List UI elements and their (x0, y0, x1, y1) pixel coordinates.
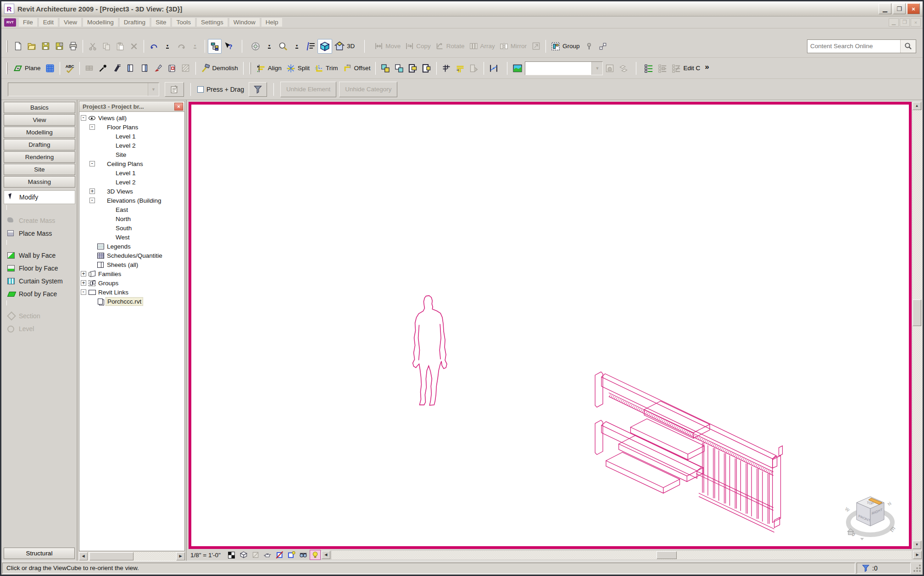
delete-button[interactable] (127, 39, 141, 54)
tree-expander-icon[interactable] (89, 124, 95, 130)
scroll-thumb[interactable] (89, 552, 134, 560)
redo-menu-button[interactable]: ▼ (188, 39, 202, 54)
cut-geometry-button[interactable] (406, 61, 420, 76)
chevron-down-icon[interactable]: ▼ (591, 62, 602, 75)
tree-item-label[interactable]: Groups (97, 279, 120, 287)
tree-item[interactable]: Families (81, 269, 184, 278)
tree-item[interactable]: Legends (81, 242, 184, 251)
copy-element-button[interactable]: Copy (403, 39, 433, 54)
crop-region-visibility-button[interactable] (286, 550, 297, 560)
selection-filter-status[interactable]: :0 (857, 563, 911, 574)
view-list-button[interactable] (656, 61, 669, 76)
mirror-button[interactable]: Mirror (497, 39, 529, 54)
design-bar-tab[interactable]: Drafting (4, 139, 75, 150)
tree-item[interactable]: North (81, 214, 184, 223)
tree-expander-icon[interactable] (89, 244, 95, 249)
tree-expander-icon[interactable] (81, 271, 86, 277)
drawing-area[interactable]: S E W N TOP FRONT RIGHT (189, 102, 912, 549)
beam-joins-button[interactable] (453, 61, 467, 76)
tree-item[interactable]: Sheets (all) (81, 260, 184, 269)
tree-item[interactable]: 3D Views (81, 187, 184, 196)
toolbar-grip[interactable] (6, 40, 8, 52)
tree-item-label[interactable]: Floor Plans (106, 123, 139, 131)
undo-button[interactable] (147, 39, 161, 54)
crop-region-button[interactable] (274, 550, 285, 560)
unhide-element-button[interactable]: Unhide Element (280, 82, 336, 97)
uncut-geometry-button[interactable] (420, 61, 434, 76)
design-tool-item[interactable]: Section (4, 310, 75, 322)
scroll-thumb[interactable] (913, 299, 921, 326)
design-bar-tab[interactable]: Rendering (4, 151, 75, 163)
paste-button[interactable] (113, 39, 127, 54)
tree-expander-icon[interactable] (98, 152, 104, 157)
tree-item-label[interactable]: Schedules/Quantitie (106, 252, 164, 260)
wall-joins-button[interactable] (440, 61, 453, 76)
design-bar-tab[interactable]: Modelling (4, 127, 75, 138)
view-scale-label[interactable]: 1/8" = 1'-0" (190, 552, 221, 559)
match-type-button[interactable] (96, 61, 110, 76)
tree-item[interactable]: East (81, 205, 184, 214)
minimize-button[interactable]: ▁ (879, 3, 891, 14)
search-icon[interactable] (900, 40, 916, 53)
join-geometry-button[interactable] (379, 61, 392, 76)
tree-expander-icon[interactable] (98, 133, 104, 139)
close-button[interactable]: × (907, 3, 920, 14)
tree-item-label[interactable]: Elevations (Building (106, 197, 163, 205)
tree-item-label[interactable]: Sheets (all) (106, 261, 139, 269)
tree-expander-icon[interactable] (89, 188, 95, 194)
scroll-right-icon[interactable]: ▶ (176, 552, 185, 560)
tree-expander-icon[interactable] (98, 225, 104, 231)
tree-expander-icon[interactable] (81, 115, 86, 121)
edit-cut-profile-button[interactable] (138, 61, 151, 76)
menu-item[interactable]: Site (151, 18, 170, 27)
tree-item-label[interactable]: Views (all) (97, 114, 128, 122)
menu-item[interactable]: Modelling (83, 18, 118, 27)
mdi-close-button[interactable]: × (911, 18, 921, 27)
menu-item[interactable]: View (60, 18, 81, 27)
element-properties-list-button[interactable] (642, 61, 656, 76)
menu-item[interactable]: Edit (39, 18, 58, 27)
tree-expander-icon[interactable] (98, 179, 104, 185)
tree-expander-icon[interactable] (89, 299, 95, 304)
spelling-button[interactable]: ABC (63, 61, 77, 76)
print-button[interactable] (66, 39, 80, 54)
tree-item[interactable]: Level 2 (81, 141, 184, 150)
design-tool-item[interactable]: Wall by Face (4, 249, 75, 262)
project-browser-header[interactable]: Project3 - Project br... × (79, 101, 185, 112)
tree-expander-icon[interactable] (98, 143, 104, 148)
pin-button[interactable] (582, 39, 596, 54)
design-tool-item[interactable] (6, 300, 7, 306)
design-tool-item[interactable] (6, 240, 7, 245)
vertical-scrollbar[interactable]: ▲ ▼ (913, 102, 922, 549)
model-graphics-style-button[interactable] (238, 550, 249, 560)
table-button[interactable] (83, 61, 96, 76)
element-properties-button[interactable] (165, 82, 184, 97)
tree-expander-icon[interactable] (89, 262, 95, 267)
horizontal-scroll-track[interactable] (332, 551, 912, 559)
content-search-input[interactable] (807, 43, 900, 50)
scroll-down-icon[interactable]: ▼ (913, 541, 921, 549)
shadows-button[interactable] (250, 550, 261, 560)
relationships-button[interactable] (617, 61, 630, 76)
more-tools-chevron[interactable]: » (705, 62, 709, 72)
cut-button[interactable] (86, 39, 100, 54)
tree-item[interactable]: Revit Links (81, 288, 184, 297)
save-button[interactable] (39, 39, 52, 54)
view-cube[interactable]: S E W N TOP FRONT RIGHT (842, 489, 899, 541)
house-3d-view-button[interactable]: 3D (332, 39, 357, 54)
tree-item[interactable]: Level 2 (81, 177, 184, 187)
menu-item[interactable]: File (19, 18, 37, 27)
scroll-thumb[interactable] (657, 551, 677, 559)
tree-item-label[interactable]: East (114, 206, 129, 214)
demolish-button[interactable]: Demolish (199, 61, 240, 76)
show-rendering-dialog-button[interactable] (262, 550, 273, 560)
redo-button[interactable] (174, 39, 188, 54)
unhide-category-button[interactable]: Unhide Category (339, 82, 397, 97)
toolbar-grip[interactable] (6, 62, 8, 74)
tree-item[interactable]: Porchccc.rvt (81, 297, 184, 306)
temporary-hide-isolate-button[interactable] (298, 550, 309, 560)
resize-button[interactable] (529, 39, 543, 54)
unjoin-geometry-button[interactable] (392, 61, 406, 76)
offset-button[interactable]: Offset (340, 61, 373, 76)
tree-expander-icon[interactable] (81, 289, 86, 295)
